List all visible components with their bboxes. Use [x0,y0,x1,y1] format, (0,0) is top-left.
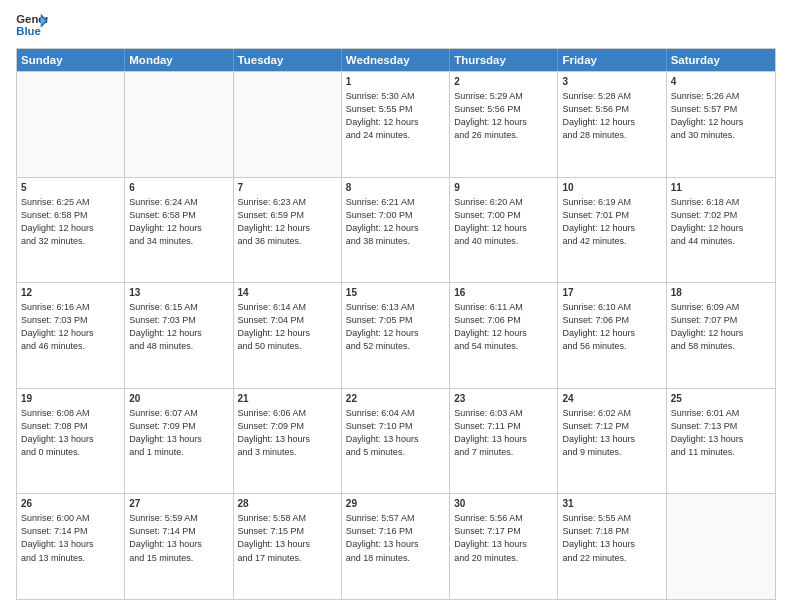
day-info: Sunrise: 6:14 AM Sunset: 7:04 PM Dayligh… [238,301,337,353]
day-info: Sunrise: 5:56 AM Sunset: 7:17 PM Dayligh… [454,512,553,564]
calendar-body: 1Sunrise: 5:30 AM Sunset: 5:55 PM Daylig… [17,71,775,599]
day-info: Sunrise: 6:23 AM Sunset: 6:59 PM Dayligh… [238,196,337,248]
calendar-day-8: 8Sunrise: 6:21 AM Sunset: 7:00 PM Daylig… [342,178,450,283]
day-info: Sunrise: 6:03 AM Sunset: 7:11 PM Dayligh… [454,407,553,459]
calendar-header-saturday: Saturday [667,49,775,71]
day-info: Sunrise: 6:13 AM Sunset: 7:05 PM Dayligh… [346,301,445,353]
day-number: 30 [454,497,553,511]
calendar-day-17: 17Sunrise: 6:10 AM Sunset: 7:06 PM Dayli… [558,283,666,388]
day-number: 23 [454,392,553,406]
calendar-header-thursday: Thursday [450,49,558,71]
calendar-day-22: 22Sunrise: 6:04 AM Sunset: 7:10 PM Dayli… [342,389,450,494]
calendar-day-15: 15Sunrise: 6:13 AM Sunset: 7:05 PM Dayli… [342,283,450,388]
day-number: 8 [346,181,445,195]
calendar-day-25: 25Sunrise: 6:01 AM Sunset: 7:13 PM Dayli… [667,389,775,494]
day-number: 9 [454,181,553,195]
calendar-day-10: 10Sunrise: 6:19 AM Sunset: 7:01 PM Dayli… [558,178,666,283]
day-info: Sunrise: 6:00 AM Sunset: 7:14 PM Dayligh… [21,512,120,564]
calendar-day-empty [125,72,233,177]
logo-icon: General Blue [16,12,48,40]
day-number: 16 [454,286,553,300]
day-number: 6 [129,181,228,195]
calendar-day-empty [234,72,342,177]
day-number: 3 [562,75,661,89]
calendar-day-13: 13Sunrise: 6:15 AM Sunset: 7:03 PM Dayli… [125,283,233,388]
day-info: Sunrise: 5:55 AM Sunset: 7:18 PM Dayligh… [562,512,661,564]
calendar-day-18: 18Sunrise: 6:09 AM Sunset: 7:07 PM Dayli… [667,283,775,388]
day-info: Sunrise: 6:19 AM Sunset: 7:01 PM Dayligh… [562,196,661,248]
calendar: SundayMondayTuesdayWednesdayThursdayFrid… [16,48,776,600]
logo: General Blue [16,12,48,40]
calendar-day-27: 27Sunrise: 5:59 AM Sunset: 7:14 PM Dayli… [125,494,233,599]
calendar-day-20: 20Sunrise: 6:07 AM Sunset: 7:09 PM Dayli… [125,389,233,494]
day-info: Sunrise: 6:20 AM Sunset: 7:00 PM Dayligh… [454,196,553,248]
day-info: Sunrise: 6:01 AM Sunset: 7:13 PM Dayligh… [671,407,771,459]
calendar-day-14: 14Sunrise: 6:14 AM Sunset: 7:04 PM Dayli… [234,283,342,388]
day-info: Sunrise: 6:18 AM Sunset: 7:02 PM Dayligh… [671,196,771,248]
calendar-day-4: 4Sunrise: 5:26 AM Sunset: 5:57 PM Daylig… [667,72,775,177]
day-number: 24 [562,392,661,406]
day-number: 5 [21,181,120,195]
calendar-day-3: 3Sunrise: 5:28 AM Sunset: 5:56 PM Daylig… [558,72,666,177]
calendar-day-30: 30Sunrise: 5:56 AM Sunset: 7:17 PM Dayli… [450,494,558,599]
calendar-day-16: 16Sunrise: 6:11 AM Sunset: 7:06 PM Dayli… [450,283,558,388]
day-info: Sunrise: 5:26 AM Sunset: 5:57 PM Dayligh… [671,90,771,142]
day-number: 13 [129,286,228,300]
calendar-day-9: 9Sunrise: 6:20 AM Sunset: 7:00 PM Daylig… [450,178,558,283]
calendar-day-12: 12Sunrise: 6:16 AM Sunset: 7:03 PM Dayli… [17,283,125,388]
calendar-header: SundayMondayTuesdayWednesdayThursdayFrid… [17,49,775,71]
day-number: 28 [238,497,337,511]
day-info: Sunrise: 6:10 AM Sunset: 7:06 PM Dayligh… [562,301,661,353]
day-info: Sunrise: 6:04 AM Sunset: 7:10 PM Dayligh… [346,407,445,459]
calendar-day-24: 24Sunrise: 6:02 AM Sunset: 7:12 PM Dayli… [558,389,666,494]
day-number: 26 [21,497,120,511]
day-info: Sunrise: 6:15 AM Sunset: 7:03 PM Dayligh… [129,301,228,353]
day-info: Sunrise: 5:28 AM Sunset: 5:56 PM Dayligh… [562,90,661,142]
day-number: 10 [562,181,661,195]
calendar-day-11: 11Sunrise: 6:18 AM Sunset: 7:02 PM Dayli… [667,178,775,283]
day-number: 20 [129,392,228,406]
calendar-day-6: 6Sunrise: 6:24 AM Sunset: 6:58 PM Daylig… [125,178,233,283]
calendar-day-7: 7Sunrise: 6:23 AM Sunset: 6:59 PM Daylig… [234,178,342,283]
day-info: Sunrise: 6:25 AM Sunset: 6:58 PM Dayligh… [21,196,120,248]
calendar-header-monday: Monday [125,49,233,71]
calendar-day-29: 29Sunrise: 5:57 AM Sunset: 7:16 PM Dayli… [342,494,450,599]
day-number: 22 [346,392,445,406]
day-info: Sunrise: 6:02 AM Sunset: 7:12 PM Dayligh… [562,407,661,459]
day-number: 7 [238,181,337,195]
day-number: 27 [129,497,228,511]
svg-text:Blue: Blue [16,25,41,37]
calendar-day-1: 1Sunrise: 5:30 AM Sunset: 5:55 PM Daylig… [342,72,450,177]
day-info: Sunrise: 6:07 AM Sunset: 7:09 PM Dayligh… [129,407,228,459]
day-info: Sunrise: 5:30 AM Sunset: 5:55 PM Dayligh… [346,90,445,142]
day-info: Sunrise: 6:21 AM Sunset: 7:00 PM Dayligh… [346,196,445,248]
calendar-week-4: 26Sunrise: 6:00 AM Sunset: 7:14 PM Dayli… [17,493,775,599]
day-number: 21 [238,392,337,406]
day-number: 14 [238,286,337,300]
calendar-day-19: 19Sunrise: 6:08 AM Sunset: 7:08 PM Dayli… [17,389,125,494]
calendar-week-0: 1Sunrise: 5:30 AM Sunset: 5:55 PM Daylig… [17,71,775,177]
day-number: 31 [562,497,661,511]
day-number: 18 [671,286,771,300]
day-info: Sunrise: 5:59 AM Sunset: 7:14 PM Dayligh… [129,512,228,564]
day-number: 17 [562,286,661,300]
calendar-day-empty [667,494,775,599]
calendar-day-26: 26Sunrise: 6:00 AM Sunset: 7:14 PM Dayli… [17,494,125,599]
day-number: 4 [671,75,771,89]
day-info: Sunrise: 6:16 AM Sunset: 7:03 PM Dayligh… [21,301,120,353]
day-info: Sunrise: 6:06 AM Sunset: 7:09 PM Dayligh… [238,407,337,459]
day-info: Sunrise: 5:57 AM Sunset: 7:16 PM Dayligh… [346,512,445,564]
day-number: 15 [346,286,445,300]
day-number: 11 [671,181,771,195]
day-number: 29 [346,497,445,511]
calendar-header-tuesday: Tuesday [234,49,342,71]
calendar-day-5: 5Sunrise: 6:25 AM Sunset: 6:58 PM Daylig… [17,178,125,283]
calendar-week-3: 19Sunrise: 6:08 AM Sunset: 7:08 PM Dayli… [17,388,775,494]
day-info: Sunrise: 5:58 AM Sunset: 7:15 PM Dayligh… [238,512,337,564]
calendar-week-2: 12Sunrise: 6:16 AM Sunset: 7:03 PM Dayli… [17,282,775,388]
day-info: Sunrise: 5:29 AM Sunset: 5:56 PM Dayligh… [454,90,553,142]
day-number: 12 [21,286,120,300]
calendar-header-wednesday: Wednesday [342,49,450,71]
calendar-header-friday: Friday [558,49,666,71]
calendar-day-31: 31Sunrise: 5:55 AM Sunset: 7:18 PM Dayli… [558,494,666,599]
